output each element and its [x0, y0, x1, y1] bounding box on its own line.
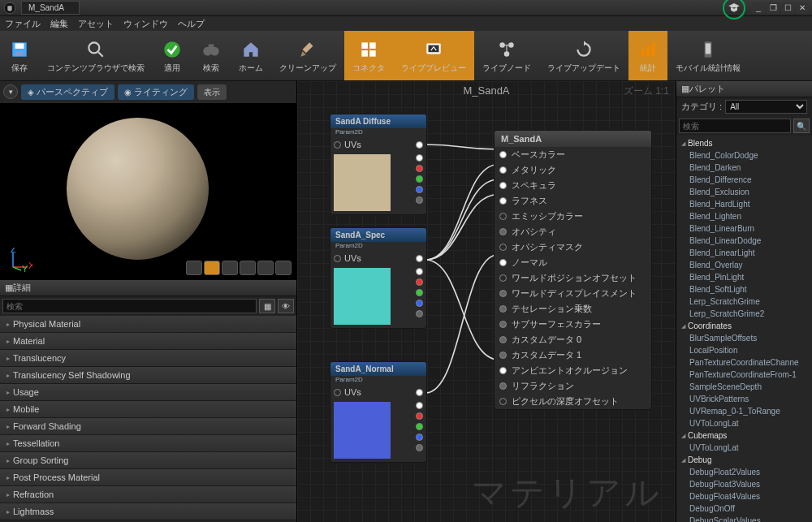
toolbar-check[interactable]: 適用 [153, 31, 192, 80]
result-pin-row[interactable]: サブサーフェスカラー [495, 317, 651, 332]
details-category[interactable]: Group Sorting [0, 452, 296, 469]
details-category[interactable]: Material [0, 333, 296, 350]
result-pin-row[interactable]: カスタムデータ 1 [495, 347, 651, 363]
palette-item[interactable]: Blend_Lighten [676, 210, 812, 222]
result-pin-row[interactable]: オパシティ [495, 224, 651, 239]
palette-item[interactable]: Blend_Darken [676, 162, 812, 174]
palette-item[interactable]: Blend_HardLight [676, 198, 812, 210]
output-pin-r[interactable] [416, 165, 423, 172]
result-pin-row[interactable]: アンビエントオクルージョン [495, 363, 651, 378]
palette-item[interactable]: PanTextureCoordinateFrom-1 [676, 369, 812, 381]
palette-item[interactable]: Lerp_ScratchGrime2 [676, 308, 812, 320]
result-pin-row[interactable]: エミッシブカラー [495, 209, 651, 224]
palette-item[interactable]: Blend_LinearLight [676, 247, 812, 259]
output-pin-b[interactable] [416, 300, 423, 307]
material-result-node[interactable]: M_SandA ベースカラーメタリックスペキュララフネスエミッシブカラーオパシテ… [494, 130, 652, 410]
output-pin-rgb[interactable] [416, 389, 423, 396]
result-pin-row[interactable]: スペキュラ [495, 178, 651, 193]
input-pin[interactable] [499, 352, 507, 359]
result-pin-row[interactable]: ベースカラー [495, 147, 651, 162]
texture-node[interactable]: SandA_NormalParam2DUVs [330, 361, 427, 463]
input-pin[interactable] [499, 336, 507, 343]
palette-item[interactable]: Lerp_ScratchGrime [676, 296, 812, 308]
input-pin[interactable] [499, 166, 507, 174]
menu-item[interactable]: 編集 [50, 18, 68, 30]
palette-group[interactable]: Debug [676, 454, 812, 466]
minimize-button[interactable]: _ [752, 2, 765, 14]
input-pin[interactable] [334, 141, 341, 149]
input-pin[interactable] [334, 389, 341, 396]
details-category[interactable]: Usage [0, 384, 296, 401]
shape-cylinder[interactable] [186, 261, 202, 275]
tutorial-button[interactable] [723, 0, 745, 19]
palette-search-button[interactable]: 🔍 [793, 119, 810, 133]
menu-item[interactable]: アセット [78, 18, 114, 30]
output-pin-g[interactable] [416, 289, 423, 296]
toolbar-floppy[interactable]: 保存 [0, 31, 39, 80]
palette-item[interactable]: UVToLongLat [676, 417, 812, 429]
result-pin-row[interactable]: リフラクション [495, 378, 651, 394]
palette-item[interactable]: BlurSampleOffsets [676, 332, 812, 344]
output-pin-b[interactable] [416, 186, 423, 193]
details-category[interactable]: Mobile [0, 401, 296, 418]
menu-item[interactable]: ファイル [5, 18, 41, 30]
input-pin[interactable] [499, 197, 507, 205]
viewport-options[interactable]: ▾ [3, 84, 18, 99]
perspective-dropdown[interactable]: ◈ パースペクティブ [21, 84, 114, 100]
input-pin[interactable] [499, 382, 507, 390]
details-category[interactable]: Translucency [0, 350, 296, 367]
input-pin[interactable] [499, 151, 507, 158]
palette-item[interactable]: Blend_Difference [676, 174, 812, 186]
result-pin-row[interactable]: ラフネス [495, 193, 651, 209]
palette-item[interactable]: DebugFloat2Values [676, 466, 812, 478]
palette-item[interactable]: UVRemap_0-1_ToRange [676, 405, 812, 417]
toolbar-broom[interactable]: クリーンアップ [271, 31, 344, 80]
texture-node[interactable]: SandA DiffuseParam2DUVs [330, 114, 427, 215]
palette-item[interactable]: SampleSceneDepth [676, 381, 812, 393]
palette-item[interactable]: Blend_ColorDodge [676, 149, 812, 162]
shape-cube[interactable] [240, 261, 256, 275]
material-graph[interactable]: M_SandA ズーム 1:1 マテリアル SandA DiffuseParam… [297, 81, 676, 522]
palette-item[interactable]: Blend_LinearDodge [676, 235, 812, 247]
output-pin-r[interactable] [416, 412, 423, 420]
input-pin[interactable] [499, 213, 507, 220]
palette-category-select[interactable]: All [725, 100, 807, 114]
input-pin[interactable] [499, 259, 507, 266]
palette-item[interactable]: DebugFloat4Values [676, 490, 812, 503]
input-pin[interactable] [499, 244, 507, 251]
restore-button[interactable]: ❐ [767, 2, 780, 14]
result-pin-row[interactable]: ピクセルの深度オフセット [495, 394, 651, 409]
result-pin-row[interactable]: カスタムデータ 0 [495, 332, 651, 347]
toolbar-home[interactable]: ホーム [231, 31, 271, 80]
details-matrix-button[interactable]: ▦ [259, 299, 275, 313]
toolbar-nodes[interactable]: ライブノード [474, 31, 539, 80]
lighting-dropdown[interactable]: ◉ ライティング [118, 84, 194, 100]
output-pin-g[interactable] [416, 423, 423, 430]
details-category[interactable]: Tessellation [0, 435, 296, 452]
viewport-grid[interactable] [275, 261, 292, 275]
input-pin[interactable] [499, 182, 507, 189]
menu-item[interactable]: ウィンドウ [123, 18, 168, 30]
result-pin-row[interactable]: ワールドディスプレイスメント [495, 286, 651, 301]
palette-item[interactable]: Blend_Overlay [676, 259, 812, 271]
details-category[interactable]: Physical Material [0, 316, 296, 333]
palette-item[interactable]: PanTextureCoordinateChanne [676, 356, 812, 369]
palette-item[interactable]: UVBrickPatterns [676, 393, 812, 405]
output-pin-a[interactable] [416, 444, 423, 451]
result-pin-row[interactable]: ノーマル [495, 255, 651, 270]
result-pin-row[interactable]: オパシティマスク [495, 239, 651, 255]
output-pin-a[interactable] [416, 310, 423, 317]
shape-sphere[interactable] [204, 261, 220, 275]
input-pin[interactable] [499, 321, 507, 328]
toolbar-bars[interactable]: 統計 [628, 31, 667, 80]
input-pin[interactable] [499, 274, 507, 282]
toolbar-binoc[interactable]: 検索 [192, 31, 231, 80]
toolbar-monitor[interactable]: ライブプレビュー [393, 31, 474, 80]
input-pin[interactable] [499, 305, 507, 313]
toolbar-mobile[interactable]: モバイル統計情報 [667, 31, 749, 80]
shape-mesh[interactable] [257, 261, 274, 275]
palette-item[interactable]: Blend_LinearBurn [676, 222, 812, 235]
output-pin-b[interactable] [416, 434, 423, 441]
close-button[interactable]: ✕ [796, 2, 809, 14]
toolbar-tile[interactable]: コネクタ [344, 31, 393, 80]
